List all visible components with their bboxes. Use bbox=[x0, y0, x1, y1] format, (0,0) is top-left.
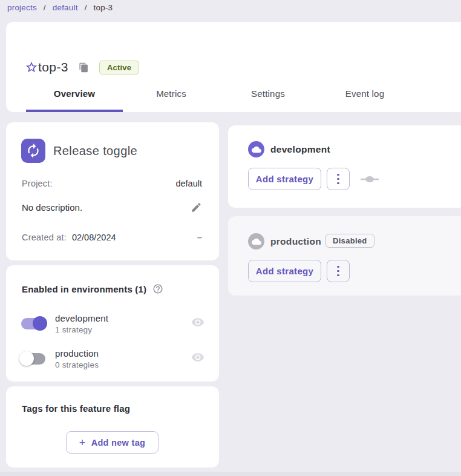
breadcrumb-separator: / bbox=[44, 3, 46, 12]
breadcrumb-default-link[interactable]: default bbox=[53, 3, 78, 12]
flag-type-label: Release toggle bbox=[53, 144, 137, 158]
production-toggle[interactable] bbox=[19, 351, 47, 366]
page-title: top-3 bbox=[38, 60, 68, 74]
description-row: No description. bbox=[22, 202, 202, 213]
add-strategy-button[interactable]: Add strategy bbox=[248, 260, 321, 282]
tab-bar: Overview Metrics Settings Event log bbox=[26, 80, 413, 107]
description-text: No description. bbox=[22, 202, 82, 213]
breadcrumb-separator: / bbox=[85, 3, 87, 12]
release-toggle-icon bbox=[21, 139, 45, 163]
more-options-icon[interactable] bbox=[327, 168, 350, 190]
environment-row-production: production 0 strategies bbox=[19, 344, 204, 373]
created-at-row: Created at: 02/08/2024 – bbox=[22, 232, 202, 242]
edit-pencil-icon[interactable] bbox=[191, 202, 202, 213]
created-at-value: 02/08/2024 bbox=[72, 233, 116, 242]
tags-title: Tags for this feature flag bbox=[22, 403, 130, 414]
visibility-eye-icon[interactable] bbox=[191, 351, 204, 366]
lifecycle-indicator-icon bbox=[361, 176, 379, 183]
active-tab-indicator bbox=[26, 110, 123, 112]
tab-metrics[interactable]: Metrics bbox=[123, 80, 220, 107]
environment-cloud-icon bbox=[248, 141, 264, 157]
tags-card: Tags for this feature flag + Add new tag bbox=[6, 386, 219, 468]
environment-panel-production: production Disabled Add strategy bbox=[228, 216, 461, 296]
lifecycle-placeholder: – bbox=[197, 232, 202, 242]
favorite-star-icon[interactable] bbox=[25, 61, 38, 74]
page-bottom-strip bbox=[0, 472, 461, 476]
environment-panel-title: production bbox=[270, 236, 321, 247]
development-toggle[interactable] bbox=[19, 316, 47, 331]
visibility-eye-icon[interactable] bbox=[191, 316, 204, 331]
tab-overview[interactable]: Overview bbox=[26, 80, 123, 107]
environment-panel-development: development Add strategy bbox=[228, 125, 461, 208]
environment-name: production bbox=[55, 348, 99, 359]
breadcrumb: projects / default / top-3 bbox=[7, 3, 113, 12]
more-options-icon[interactable] bbox=[327, 260, 350, 282]
flag-overview-card: Release toggle Project: default No descr… bbox=[6, 122, 219, 260]
add-strategy-button[interactable]: Add strategy bbox=[248, 168, 321, 190]
tab-event-log[interactable]: Event log bbox=[316, 80, 413, 107]
environment-panel-title: development bbox=[270, 144, 330, 155]
created-at-label: Created at: bbox=[22, 233, 67, 242]
status-badge: Active bbox=[99, 61, 139, 74]
project-row: Project: default bbox=[22, 179, 202, 188]
tab-settings[interactable]: Settings bbox=[220, 80, 316, 107]
environment-name: development bbox=[55, 313, 108, 323]
disabled-badge: Disabled bbox=[325, 234, 374, 248]
plus-icon: + bbox=[79, 437, 86, 448]
breadcrumb-projects-link[interactable]: projects bbox=[7, 3, 37, 12]
environment-strategy-count: 0 strategies bbox=[55, 360, 99, 369]
copy-name-icon[interactable] bbox=[79, 62, 89, 73]
enabled-environments-card: Enabled in environments (1) development … bbox=[6, 265, 219, 382]
environment-strategy-count: 1 strategy bbox=[55, 325, 108, 334]
flag-header-card: top-3 Active Overview Metrics Settings E… bbox=[6, 22, 461, 112]
project-value-link[interactable]: default bbox=[175, 179, 202, 188]
enabled-environments-title: Enabled in environments (1) bbox=[22, 284, 146, 294]
add-new-tag-button[interactable]: + Add new tag bbox=[66, 431, 159, 454]
help-circle-icon[interactable] bbox=[152, 283, 163, 294]
breadcrumb-current-flag: top-3 bbox=[94, 3, 113, 12]
environment-cloud-icon bbox=[248, 233, 264, 250]
flag-title-row: top-3 Active bbox=[25, 60, 139, 74]
project-label: Project: bbox=[22, 179, 53, 188]
environment-row-development: development 1 strategy bbox=[19, 309, 204, 338]
